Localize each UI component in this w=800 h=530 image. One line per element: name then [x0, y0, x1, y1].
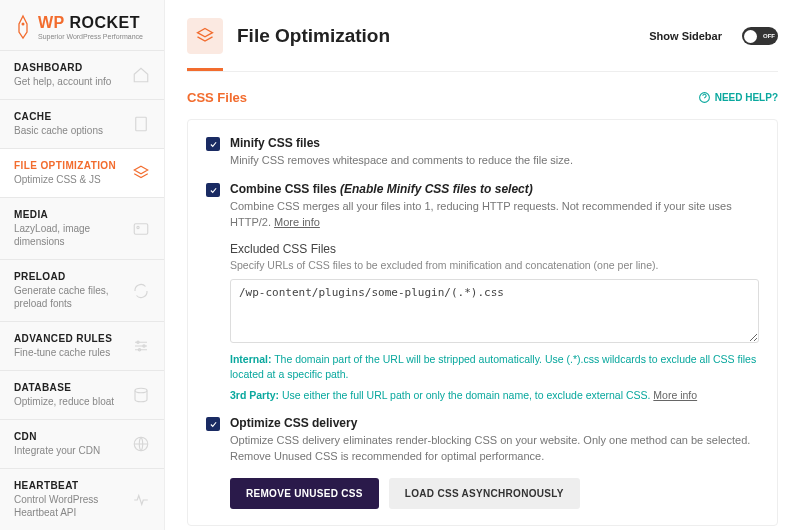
optimize-delivery-label: Optimize CSS delivery	[230, 416, 759, 430]
sidebar-item-advanced-rules[interactable]: ADVANCED RULESFine-tune cache rules	[0, 321, 164, 370]
svg-point-3	[137, 226, 139, 228]
excluded-thirdparty-note: 3rd Party: Use either the full URL path …	[230, 388, 759, 403]
sidebar: WP ROCKET Superior WordPress Performance…	[0, 0, 165, 530]
svg-point-7	[135, 388, 147, 393]
check-icon	[209, 420, 218, 429]
help-icon	[698, 91, 711, 104]
combine-more-info-link[interactable]: More info	[274, 216, 320, 228]
thirdparty-more-info-link[interactable]: More info	[653, 389, 697, 401]
combine-css-label: Combine CSS files (Enable Minify CSS fil…	[230, 182, 759, 196]
layers-icon	[187, 18, 223, 54]
page-header: File Optimization Show Sidebar OFF	[165, 0, 800, 54]
optimize-delivery-desc: Optimize CSS delivery eliminates render-…	[230, 433, 759, 464]
home-icon	[132, 66, 150, 84]
page-icon	[132, 115, 150, 133]
sidebar-item-heartbeat[interactable]: HEARTBEATControl WordPress Heartbeat API	[0, 468, 164, 530]
layers-icon	[132, 164, 150, 182]
excluded-css-label: Excluded CSS Files	[230, 242, 759, 256]
combine-css-checkbox[interactable]	[206, 183, 220, 197]
database-icon	[132, 386, 150, 404]
check-icon	[209, 186, 218, 195]
heartbeat-icon	[132, 491, 150, 509]
section-title: CSS Files	[187, 90, 247, 105]
option-optimize-css-delivery: Optimize CSS delivery Optimize CSS deliv…	[206, 416, 759, 509]
remove-unused-css-button[interactable]: REMOVE UNUSED CSS	[230, 478, 379, 509]
show-sidebar-label: Show Sidebar	[649, 30, 722, 42]
image-icon	[132, 220, 150, 238]
excluded-css-textarea[interactable]	[230, 279, 759, 343]
check-icon	[209, 140, 218, 149]
excluded-css-desc: Specify URLs of CSS files to be excluded…	[230, 259, 759, 271]
sidebar-item-media[interactable]: MEDIALazyLoad, image dimensions	[0, 197, 164, 259]
show-sidebar-toggle[interactable]: OFF	[742, 27, 778, 45]
sidebar-item-preload[interactable]: PRELOADGenerate cache files, preload fon…	[0, 259, 164, 321]
combine-css-desc: Combine CSS merges all your files into 1…	[230, 199, 759, 230]
excluded-internal-note: Internal: The domain part of the URL wil…	[230, 352, 759, 381]
optimize-delivery-checkbox[interactable]	[206, 417, 220, 431]
svg-rect-1	[136, 117, 147, 131]
load-css-async-button[interactable]: LOAD CSS ASYNCHRONOUSLY	[389, 478, 580, 509]
logo: WP ROCKET Superior WordPress Performance	[0, 0, 164, 50]
option-combine-css: Combine CSS files (Enable Minify CSS fil…	[206, 182, 759, 402]
refresh-icon	[132, 282, 150, 300]
svg-rect-2	[134, 223, 148, 234]
css-files-panel: Minify CSS files Minify CSS removes whit…	[187, 119, 778, 526]
page-title: File Optimization	[237, 25, 635, 47]
minify-css-checkbox[interactable]	[206, 137, 220, 151]
globe-icon	[132, 435, 150, 453]
minify-css-label: Minify CSS files	[230, 136, 759, 150]
sidebar-item-cache[interactable]: CACHEBasic cache options	[0, 99, 164, 148]
sidebar-item-file-optimization[interactable]: FILE OPTIMIZATIONOptimize CSS & JS	[0, 148, 164, 197]
minify-css-desc: Minify CSS removes whitespace and commen…	[230, 153, 759, 168]
sidebar-item-dashboard[interactable]: DASHBOARDGet help, account info	[0, 50, 164, 99]
sidebar-item-database[interactable]: DATABASEOptimize, reduce bloat	[0, 370, 164, 419]
option-minify-css: Minify CSS files Minify CSS removes whit…	[206, 136, 759, 168]
main-panel: File Optimization Show Sidebar OFF CSS F…	[165, 0, 800, 530]
svg-point-0	[22, 23, 25, 26]
rocket-logo-icon	[14, 14, 32, 40]
need-help-link[interactable]: NEED HELP?	[698, 91, 778, 104]
content-area: CSS Files NEED HELP? Minify CSS files Mi…	[165, 72, 800, 530]
sidebar-item-cdn[interactable]: CDNIntegrate your CDN	[0, 419, 164, 468]
sliders-icon	[132, 337, 150, 355]
